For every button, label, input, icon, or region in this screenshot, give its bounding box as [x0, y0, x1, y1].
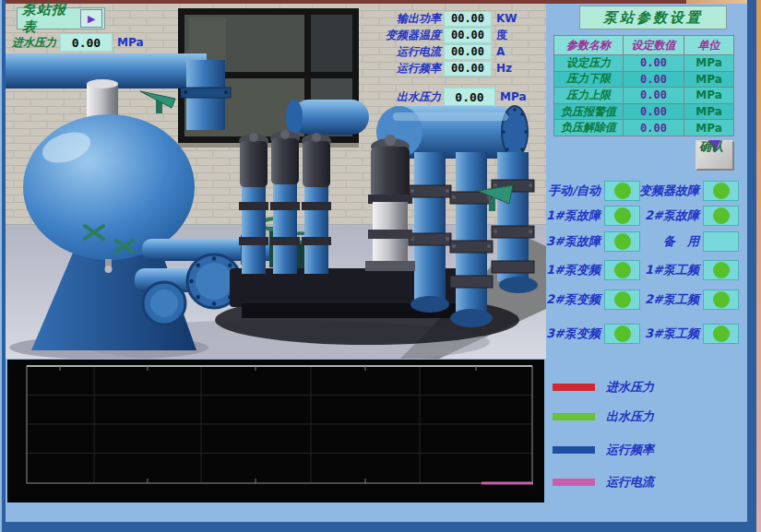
readout-value: 00.00	[444, 61, 492, 77]
rear-header-pipe	[291, 100, 369, 135]
param-value-field[interactable]: 0.00	[624, 120, 684, 136]
readout-row: 输出功率 00.00 KW	[371, 10, 517, 27]
inlet-pressure-label: 进水压力	[12, 35, 58, 51]
readout-label: 运行频率	[371, 61, 441, 77]
status-lamp	[703, 206, 739, 226]
settings-row: 压力上限 0.00 MPa	[554, 88, 734, 104]
param-name: 负压解除值	[554, 120, 624, 136]
status-lamp	[703, 290, 739, 310]
param-unit: MPa	[684, 72, 734, 89]
readout-value: 00.00	[444, 28, 492, 43]
settings-row: 负压解除值 0.00 MPa	[554, 120, 734, 136]
indicator-pump2-fault: 2#泵故障	[604, 205, 739, 226]
status-lamp	[703, 181, 739, 201]
report-button[interactable]: 泵站报表 ▶	[17, 7, 105, 30]
inlet-pressure-value: 0.00	[60, 33, 113, 52]
param-unit: MPa	[684, 104, 734, 121]
legend-swatch-green	[553, 413, 595, 420]
indicator-pump3-mains: 3#泵工频	[604, 323, 739, 344]
status-lamp	[703, 324, 739, 344]
settings-table-header: 参数名称 设定数值 单位	[554, 36, 734, 55]
readout-label: 变频器温度	[371, 28, 441, 43]
param-name: 压力下限	[554, 72, 624, 89]
param-name: 压力上限	[554, 88, 624, 104]
readout-row: 运行频率 00.00 Hz	[371, 60, 512, 77]
settings-row: 设定压力 0.00 MPa	[554, 55, 734, 72]
settings-table: 参数名称 设定数值 单位 设定压力 0.00 MPa 压力下限 0.00 MPa…	[553, 35, 734, 136]
param-unit: MPa	[684, 120, 734, 136]
settings-panel-title: 泵站参数设置	[579, 6, 727, 30]
readout-value: 00.00	[444, 44, 492, 60]
status-lamp-empty	[703, 231, 739, 252]
readout-row: 运行电流 00.00 A	[371, 43, 505, 60]
legend-swatch-magenta	[553, 479, 595, 486]
legend-swatch-red	[553, 384, 595, 391]
settings-row: 负压报警值 0.00 MPa	[554, 104, 734, 121]
settings-row: 压力下限 0.00 MPa	[554, 72, 734, 89]
param-unit: MPa	[684, 55, 734, 72]
readout-row: 变频器温度 00.00 度	[371, 27, 507, 43]
foreground-pump	[365, 135, 415, 271]
confirm-button[interactable]: ▼ 确认	[696, 140, 734, 171]
outlet-pressure-readout: 出水压力 0.00 MPa	[371, 89, 527, 105]
legend-item-outlet-pressure: 出水压力	[553, 409, 654, 424]
outlet-pressure-unit: MPa	[500, 90, 527, 103]
outlet-pressure-label: 出水压力	[371, 89, 441, 105]
param-value-field[interactable]: 0.00	[624, 104, 684, 121]
param-value-field[interactable]: 0.00	[624, 55, 684, 72]
readout-unit: A	[496, 45, 505, 58]
left-border	[2, 0, 6, 532]
readout-label: 输出功率	[371, 11, 441, 27]
param-name: 负压报警值	[554, 104, 624, 121]
indicator-spare: 备 用	[604, 231, 739, 252]
bottom-border	[2, 522, 756, 532]
play-triangle-icon[interactable]: ▶	[80, 9, 102, 28]
readout-unit: KW	[496, 12, 517, 25]
header-set-value: 设定数值	[624, 36, 684, 55]
inlet-pressure-unit: MPa	[117, 36, 144, 49]
readout-unit: Hz	[496, 62, 512, 75]
vertical-pumps	[239, 130, 331, 274]
outlet-pressure-value: 0.00	[444, 88, 495, 106]
readout-value: 00.00	[444, 11, 492, 27]
trend-chart	[7, 360, 544, 502]
hmi-screen: 泵站报表 ▶ 进水压力 0.00 MPa 输出功率 00.00 KW 变频器温度…	[0, 0, 761, 532]
report-button-label: 泵站报表	[22, 1, 80, 36]
readout-unit: 度	[496, 28, 507, 43]
legend-item-frequency: 运行频率	[553, 443, 654, 457]
inlet-pressure-readout: 进水压力 0.00 MPa	[12, 33, 144, 52]
legend-item-inlet-pressure: 进水压力	[553, 380, 654, 395]
right-border	[747, 0, 756, 532]
indicator-pump2-mains: 2#泵工频	[604, 289, 739, 310]
indicator-vfd-fault: 变频器故障	[604, 180, 739, 201]
param-unit: MPa	[684, 88, 734, 104]
confirm-button-label: 确认	[690, 142, 732, 151]
legend-item-current: 运行电流	[553, 475, 654, 490]
legend-swatch-blue	[553, 446, 595, 454]
param-name: 设定压力	[554, 55, 624, 72]
header-unit: 单位	[684, 36, 734, 55]
header-param-name: 参数名称	[554, 36, 624, 55]
param-value-field[interactable]: 0.00	[624, 88, 684, 104]
status-lamp	[703, 260, 739, 280]
top-maroon-strip	[6, 0, 686, 4]
indicator-pump1-mains: 1#泵工频	[604, 259, 739, 280]
param-value-field[interactable]: 0.00	[624, 72, 684, 89]
right-tan-sliver	[756, 0, 761, 532]
readout-label: 运行电流	[371, 44, 441, 60]
